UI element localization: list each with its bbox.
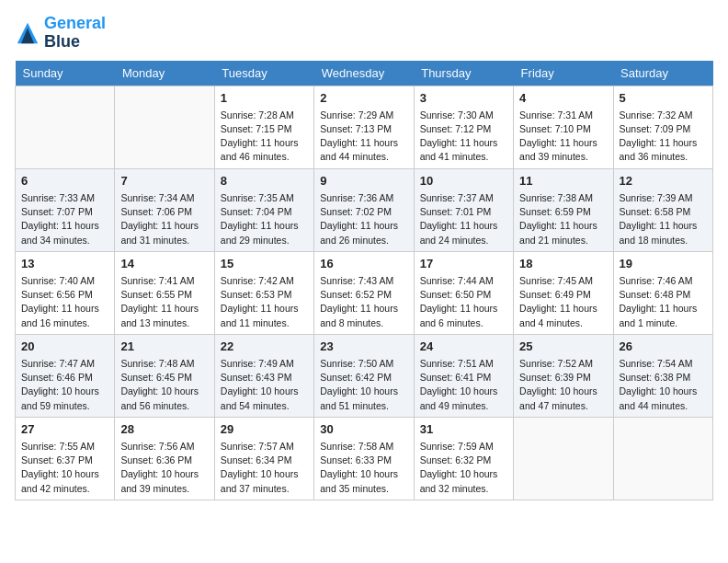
day-info: Sunrise: 7:40 AM Sunset: 6:56 PM Dayligh… [21, 274, 108, 330]
calendar-header: SundayMondayTuesdayWednesdayThursdayFrid… [16, 61, 713, 86]
calendar-cell: 27Sunrise: 7:55 AM Sunset: 6:37 PM Dayli… [16, 417, 115, 500]
day-info: Sunrise: 7:30 AM Sunset: 7:12 PM Dayligh… [420, 109, 507, 165]
calendar-cell: 18Sunrise: 7:45 AM Sunset: 6:49 PM Dayli… [514, 251, 613, 334]
day-info: Sunrise: 7:39 AM Sunset: 6:58 PM Dayligh… [620, 191, 707, 247]
day-number: 11 [519, 173, 607, 190]
day-number: 17 [420, 256, 507, 272]
calendar-cell [16, 86, 115, 168]
calendar-week-row: 13Sunrise: 7:40 AM Sunset: 6:56 PM Dayli… [16, 251, 713, 334]
calendar-cell: 15Sunrise: 7:42 AM Sunset: 6:53 PM Dayli… [214, 251, 313, 334]
day-number: 22 [221, 339, 308, 355]
logo: General Blue [15, 15, 106, 52]
calendar-cell: 26Sunrise: 7:54 AM Sunset: 6:38 PM Dayli… [613, 334, 712, 417]
calendar-table: SundayMondayTuesdayWednesdayThursdayFrid… [15, 61, 713, 500]
day-number: 31 [420, 421, 507, 438]
calendar-cell: 3Sunrise: 7:30 AM Sunset: 7:12 PM Daylig… [414, 86, 513, 168]
day-info: Sunrise: 7:43 AM Sunset: 6:52 PM Dayligh… [320, 274, 407, 330]
calendar-cell: 6Sunrise: 7:33 AM Sunset: 7:07 PM Daylig… [16, 168, 115, 251]
calendar-cell: 5Sunrise: 7:32 AM Sunset: 7:09 PM Daylig… [613, 86, 712, 168]
day-info: Sunrise: 7:50 AM Sunset: 6:42 PM Dayligh… [320, 357, 407, 413]
day-info: Sunrise: 7:41 AM Sunset: 6:55 PM Dayligh… [120, 274, 208, 330]
day-info: Sunrise: 7:58 AM Sunset: 6:33 PM Dayligh… [320, 440, 407, 496]
calendar-cell: 7Sunrise: 7:34 AM Sunset: 7:06 PM Daylig… [115, 168, 214, 251]
calendar-cell: 14Sunrise: 7:41 AM Sunset: 6:55 PM Dayli… [115, 251, 214, 334]
calendar-cell: 20Sunrise: 7:47 AM Sunset: 6:46 PM Dayli… [16, 334, 115, 417]
day-info: Sunrise: 7:47 AM Sunset: 6:46 PM Dayligh… [21, 357, 108, 413]
day-info: Sunrise: 7:38 AM Sunset: 6:59 PM Dayligh… [519, 191, 607, 247]
day-info: Sunrise: 7:54 AM Sunset: 6:38 PM Dayligh… [620, 357, 707, 413]
day-info: Sunrise: 7:42 AM Sunset: 6:53 PM Dayligh… [221, 274, 308, 330]
day-number: 28 [120, 421, 208, 438]
calendar-cell: 10Sunrise: 7:37 AM Sunset: 7:01 PM Dayli… [414, 168, 513, 251]
day-number: 26 [620, 339, 707, 355]
calendar-cell: 31Sunrise: 7:59 AM Sunset: 6:32 PM Dayli… [414, 417, 513, 500]
day-number: 25 [519, 339, 607, 355]
calendar-cell: 1Sunrise: 7:28 AM Sunset: 7:15 PM Daylig… [214, 86, 313, 168]
calendar-cell: 30Sunrise: 7:58 AM Sunset: 6:33 PM Dayli… [314, 417, 414, 500]
calendar-cell: 17Sunrise: 7:44 AM Sunset: 6:50 PM Dayli… [414, 251, 513, 334]
calendar-cell: 16Sunrise: 7:43 AM Sunset: 6:52 PM Dayli… [314, 251, 414, 334]
day-info: Sunrise: 7:28 AM Sunset: 7:15 PM Dayligh… [221, 109, 308, 165]
day-info: Sunrise: 7:46 AM Sunset: 6:48 PM Dayligh… [620, 274, 707, 330]
calendar-cell [514, 417, 613, 500]
calendar-cell: 11Sunrise: 7:38 AM Sunset: 6:59 PM Dayli… [514, 168, 613, 251]
day-number: 6 [21, 173, 108, 190]
day-info: Sunrise: 7:49 AM Sunset: 6:43 PM Dayligh… [221, 357, 308, 413]
day-number: 30 [320, 421, 407, 438]
day-of-week-header: Sunday [16, 61, 115, 86]
logo-text: General Blue [44, 15, 106, 52]
calendar-cell [613, 417, 712, 500]
calendar-cell: 22Sunrise: 7:49 AM Sunset: 6:43 PM Dayli… [214, 334, 313, 417]
calendar-cell: 19Sunrise: 7:46 AM Sunset: 6:48 PM Dayli… [613, 251, 712, 334]
day-number: 27 [21, 421, 108, 438]
page-header: General Blue [15, 15, 713, 52]
day-number: 15 [221, 256, 308, 272]
calendar-cell: 4Sunrise: 7:31 AM Sunset: 7:10 PM Daylig… [514, 86, 613, 168]
day-number: 3 [420, 90, 507, 107]
calendar-cell: 23Sunrise: 7:50 AM Sunset: 6:42 PM Dayli… [314, 334, 414, 417]
day-of-week-header: Wednesday [314, 61, 414, 86]
calendar-cell: 24Sunrise: 7:51 AM Sunset: 6:41 PM Dayli… [414, 334, 513, 417]
calendar-week-row: 6Sunrise: 7:33 AM Sunset: 7:07 PM Daylig… [16, 168, 713, 251]
day-info: Sunrise: 7:29 AM Sunset: 7:13 PM Dayligh… [320, 109, 407, 165]
calendar-week-row: 27Sunrise: 7:55 AM Sunset: 6:37 PM Dayli… [16, 417, 713, 500]
calendar-cell: 12Sunrise: 7:39 AM Sunset: 6:58 PM Dayli… [613, 168, 712, 251]
day-number: 16 [320, 256, 407, 272]
calendar-cell: 8Sunrise: 7:35 AM Sunset: 7:04 PM Daylig… [214, 168, 313, 251]
calendar-cell: 29Sunrise: 7:57 AM Sunset: 6:34 PM Dayli… [214, 417, 313, 500]
day-info: Sunrise: 7:34 AM Sunset: 7:06 PM Dayligh… [120, 191, 208, 247]
logo-icon [15, 20, 40, 46]
day-info: Sunrise: 7:32 AM Sunset: 7:09 PM Dayligh… [620, 109, 707, 165]
day-info: Sunrise: 7:45 AM Sunset: 6:49 PM Dayligh… [519, 274, 607, 330]
day-number: 19 [620, 256, 707, 272]
day-number: 10 [420, 173, 507, 190]
day-number: 4 [519, 90, 607, 107]
day-number: 8 [221, 173, 308, 190]
day-number: 1 [221, 90, 308, 107]
day-info: Sunrise: 7:59 AM Sunset: 6:32 PM Dayligh… [420, 440, 507, 496]
calendar-week-row: 1Sunrise: 7:28 AM Sunset: 7:15 PM Daylig… [16, 86, 713, 168]
day-number: 18 [519, 256, 607, 272]
day-number: 24 [420, 339, 507, 355]
day-number: 12 [620, 173, 707, 190]
day-info: Sunrise: 7:35 AM Sunset: 7:04 PM Dayligh… [221, 191, 308, 247]
day-info: Sunrise: 7:31 AM Sunset: 7:10 PM Dayligh… [519, 109, 607, 165]
calendar-cell [115, 86, 214, 168]
day-info: Sunrise: 7:57 AM Sunset: 6:34 PM Dayligh… [221, 440, 308, 496]
day-of-week-header: Thursday [414, 61, 513, 86]
day-number: 21 [120, 339, 208, 355]
day-number: 2 [320, 90, 407, 107]
day-info: Sunrise: 7:37 AM Sunset: 7:01 PM Dayligh… [420, 191, 507, 247]
day-number: 13 [21, 256, 108, 272]
day-number: 29 [221, 421, 308, 438]
day-of-week-header: Saturday [613, 61, 712, 86]
day-number: 7 [120, 173, 208, 190]
calendar-cell: 9Sunrise: 7:36 AM Sunset: 7:02 PM Daylig… [314, 168, 414, 251]
day-info: Sunrise: 7:48 AM Sunset: 6:45 PM Dayligh… [120, 357, 208, 413]
calendar-cell: 2Sunrise: 7:29 AM Sunset: 7:13 PM Daylig… [314, 86, 414, 168]
day-number: 20 [21, 339, 108, 355]
day-info: Sunrise: 7:44 AM Sunset: 6:50 PM Dayligh… [420, 274, 507, 330]
calendar-week-row: 20Sunrise: 7:47 AM Sunset: 6:46 PM Dayli… [16, 334, 713, 417]
calendar-cell: 28Sunrise: 7:56 AM Sunset: 6:36 PM Dayli… [115, 417, 214, 500]
day-of-week-header: Friday [514, 61, 613, 86]
